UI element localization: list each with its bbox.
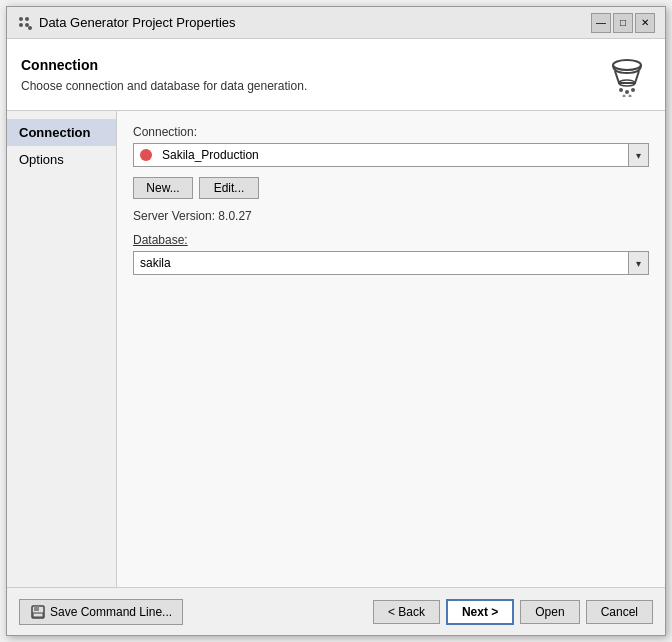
cancel-button[interactable]: Cancel	[586, 600, 653, 624]
database-dropdown-button[interactable]: ▾	[628, 252, 648, 274]
footer-left: Save Command Line...	[19, 599, 183, 625]
sidebar-item-connection[interactable]: Connection	[7, 119, 116, 146]
dialog: Data Generator Project Properties — □ ✕ …	[6, 6, 666, 636]
svg-point-1	[25, 17, 29, 21]
svg-point-8	[625, 90, 629, 94]
content-area: Connection Options Connection: Sakila_Pr…	[7, 111, 665, 587]
connection-dropdown-button[interactable]: ▾	[628, 144, 648, 166]
title-bar: Data Generator Project Properties — □ ✕	[7, 7, 665, 39]
connection-label: Connection:	[133, 125, 649, 139]
dialog-title: Data Generator Project Properties	[39, 15, 236, 30]
database-label: Database:	[133, 233, 649, 247]
connection-status-dot	[140, 149, 152, 161]
connection-dropdown[interactable]: Sakila_Production ▾	[133, 143, 649, 167]
header-title: Connection	[21, 57, 307, 73]
save-command-line-label: Save Command Line...	[50, 605, 172, 619]
svg-point-11	[629, 94, 632, 97]
title-bar-left: Data Generator Project Properties	[17, 15, 236, 31]
next-button[interactable]: Next >	[446, 599, 514, 625]
sidebar: Connection Options	[7, 111, 117, 587]
maximize-button[interactable]: □	[613, 13, 633, 33]
close-button[interactable]: ✕	[635, 13, 655, 33]
app-icon	[17, 15, 33, 31]
header-section: Connection Choose connection and databas…	[7, 39, 665, 111]
svg-point-3	[25, 23, 29, 27]
header-text: Connection Choose connection and databas…	[21, 57, 307, 93]
edit-connection-button[interactable]: Edit...	[199, 177, 259, 199]
svg-rect-14	[33, 613, 43, 617]
svg-point-5	[613, 60, 641, 70]
footer-right: < Back Next > Open Cancel	[373, 599, 653, 625]
save-command-line-button[interactable]: Save Command Line...	[19, 599, 183, 625]
sidebar-item-options[interactable]: Options	[7, 146, 116, 173]
svg-point-9	[631, 88, 635, 92]
svg-point-0	[19, 17, 23, 21]
header-description: Choose connection and database for data …	[21, 79, 307, 93]
svg-point-10	[623, 94, 626, 97]
data-generator-icon	[605, 53, 649, 97]
new-connection-button[interactable]: New...	[133, 177, 193, 199]
connection-buttons: New... Edit...	[133, 177, 649, 199]
main-panel: Connection: Sakila_Production ▾ New... E…	[117, 111, 665, 587]
back-button[interactable]: < Back	[373, 600, 440, 624]
database-dropdown[interactable]: sakila ▾	[133, 251, 649, 275]
save-icon	[30, 604, 46, 620]
svg-rect-13	[34, 606, 39, 611]
server-version: Server Version: 8.0.27	[133, 209, 649, 223]
connection-value: Sakila_Production	[158, 148, 628, 162]
svg-point-2	[19, 23, 23, 27]
footer: Save Command Line... < Back Next > Open …	[7, 587, 665, 635]
minimize-button[interactable]: —	[591, 13, 611, 33]
svg-point-7	[619, 88, 623, 92]
database-value: sakila	[134, 256, 628, 270]
svg-point-4	[28, 26, 32, 30]
header-icon	[603, 51, 651, 99]
title-controls: — □ ✕	[591, 13, 655, 33]
open-button[interactable]: Open	[520, 600, 579, 624]
